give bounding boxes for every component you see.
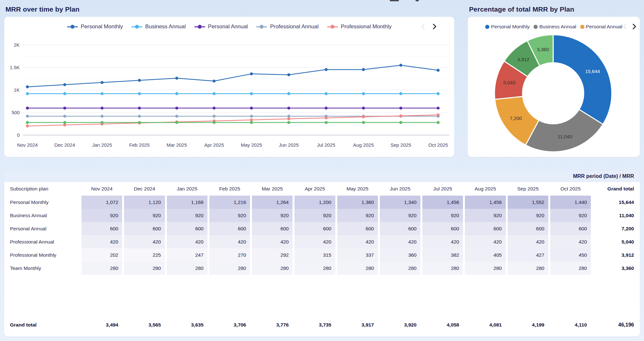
legend-scroll-prev-button[interactable] bbox=[420, 23, 427, 30]
legend-item-business-annual[interactable]: Business Annual bbox=[533, 24, 576, 30]
series-professional-monthly[interactable] bbox=[26, 113, 439, 127]
data-point[interactable] bbox=[138, 121, 141, 124]
data-point[interactable] bbox=[213, 79, 216, 82]
data-point[interactable] bbox=[213, 121, 216, 124]
data-point[interactable] bbox=[175, 77, 178, 79]
data-point[interactable] bbox=[138, 106, 141, 109]
data-point[interactable] bbox=[287, 117, 290, 120]
data-point[interactable] bbox=[63, 92, 66, 95]
dashboard-page: MRR over time by Plan Personal MonthlyBu… bbox=[0, 0, 644, 341]
data-point[interactable] bbox=[250, 115, 253, 118]
legend-scroll-next-button[interactable] bbox=[430, 23, 437, 30]
series-dot-icon bbox=[533, 25, 538, 29]
data-point[interactable] bbox=[26, 85, 29, 88]
series-personal-annual[interactable] bbox=[26, 106, 439, 109]
data-point[interactable] bbox=[399, 121, 402, 124]
legend-item-personal-monthly[interactable]: Personal Monthly bbox=[67, 23, 123, 30]
slice-value-label: 5,040 bbox=[503, 80, 515, 85]
data-point[interactable] bbox=[362, 68, 365, 71]
data-point[interactable] bbox=[250, 121, 253, 124]
slice-value-label: 15,644 bbox=[585, 69, 600, 74]
data-point[interactable] bbox=[399, 106, 402, 109]
grand-total-sum-cell: 46,196 bbox=[593, 317, 635, 333]
data-point[interactable] bbox=[362, 115, 365, 118]
data-point[interactable] bbox=[26, 121, 29, 124]
data-point[interactable] bbox=[250, 72, 253, 75]
data-point[interactable] bbox=[437, 113, 439, 116]
data-point[interactable] bbox=[287, 115, 290, 118]
data-point[interactable] bbox=[250, 92, 253, 95]
mrr-pivot-table-card: MRR period (Date) / MRR Subscription pla… bbox=[4, 170, 640, 336]
data-point[interactable] bbox=[362, 92, 365, 95]
data-point[interactable] bbox=[63, 83, 66, 86]
data-point[interactable] bbox=[63, 115, 66, 118]
donut-slice-personal-monthly[interactable] bbox=[553, 35, 612, 124]
data-point[interactable] bbox=[287, 73, 290, 76]
data-point[interactable] bbox=[213, 115, 216, 118]
column-header-grand-total: Grand total bbox=[593, 182, 635, 196]
data-point[interactable] bbox=[399, 92, 402, 95]
value-cell: 280 bbox=[380, 262, 420, 275]
data-point[interactable] bbox=[63, 121, 66, 124]
data-point[interactable] bbox=[325, 92, 328, 95]
data-point[interactable] bbox=[63, 106, 66, 109]
legend-scroll-prev-button[interactable] bbox=[622, 23, 629, 30]
data-point[interactable] bbox=[138, 115, 141, 118]
legend-item-personal-annual[interactable]: Personal Annual bbox=[580, 24, 622, 30]
data-point[interactable] bbox=[26, 106, 29, 109]
data-point[interactable] bbox=[362, 121, 365, 124]
data-point[interactable] bbox=[138, 92, 141, 95]
legend-item-professional-annual[interactable]: Professional Annual bbox=[256, 23, 318, 30]
legend-scroll-next-button[interactable] bbox=[630, 23, 637, 30]
legend-item-personal-annual[interactable]: Personal Annual bbox=[194, 23, 248, 30]
data-point[interactable] bbox=[437, 92, 439, 95]
data-point[interactable] bbox=[325, 68, 328, 71]
data-point[interactable] bbox=[362, 106, 365, 109]
chevron-right-icon bbox=[430, 23, 436, 29]
data-point[interactable] bbox=[287, 121, 290, 124]
data-point[interactable] bbox=[399, 115, 402, 117]
value-cell: 920 bbox=[422, 209, 463, 222]
data-point[interactable] bbox=[287, 92, 290, 95]
legend-item-business-annual[interactable]: Business Annual bbox=[131, 23, 186, 30]
slice-value-label: 3,360 bbox=[537, 47, 549, 52]
value-cell: 600 bbox=[294, 222, 335, 235]
data-point[interactable] bbox=[325, 121, 328, 124]
value-cell: 600 bbox=[252, 222, 293, 235]
data-point[interactable] bbox=[101, 81, 103, 84]
data-point[interactable] bbox=[325, 116, 328, 119]
legend-item-professional-monthly[interactable]: Professional Monthly bbox=[327, 23, 392, 30]
data-point[interactable] bbox=[101, 115, 103, 118]
data-point[interactable] bbox=[437, 121, 439, 124]
mrr-share-section: Percentage of total MRR by Plan Personal… bbox=[468, 5, 640, 157]
table-body: Personal Monthly1,0721,1201,1681,2161,26… bbox=[4, 196, 640, 275]
legend-item-personal-monthly[interactable]: Personal Monthly bbox=[485, 24, 530, 30]
data-point[interactable] bbox=[101, 106, 103, 109]
data-point[interactable] bbox=[287, 106, 290, 109]
data-point[interactable] bbox=[213, 92, 216, 95]
data-point[interactable] bbox=[437, 106, 439, 109]
data-point[interactable] bbox=[138, 79, 141, 82]
data-point[interactable] bbox=[437, 69, 439, 72]
data-point[interactable] bbox=[175, 121, 178, 124]
data-point[interactable] bbox=[101, 121, 103, 124]
donut-chart-canvas[interactable]: 15,64411,0407,2005,0403,9123,360 bbox=[468, 34, 640, 158]
data-point[interactable] bbox=[175, 115, 178, 118]
data-point[interactable] bbox=[101, 92, 103, 95]
data-point[interactable] bbox=[26, 124, 29, 127]
data-point[interactable] bbox=[250, 106, 253, 109]
data-point[interactable] bbox=[250, 118, 253, 121]
data-point[interactable] bbox=[213, 106, 216, 109]
data-point[interactable] bbox=[26, 115, 29, 118]
data-point[interactable] bbox=[175, 92, 178, 95]
line-chart-canvas[interactable]: 05001K1.5K2KNov 2024Dec 2024Jan 2025Feb … bbox=[4, 34, 454, 159]
data-point[interactable] bbox=[26, 92, 29, 95]
clipped-element-fragment bbox=[416, 0, 419, 1]
value-cell: 420 bbox=[82, 235, 122, 248]
series-marker-icon bbox=[194, 25, 205, 29]
data-point[interactable] bbox=[399, 64, 402, 67]
data-point[interactable] bbox=[175, 106, 178, 109]
data-point[interactable] bbox=[325, 106, 328, 109]
series-team-monthly[interactable] bbox=[26, 121, 439, 124]
series-business-annual[interactable] bbox=[26, 92, 439, 95]
